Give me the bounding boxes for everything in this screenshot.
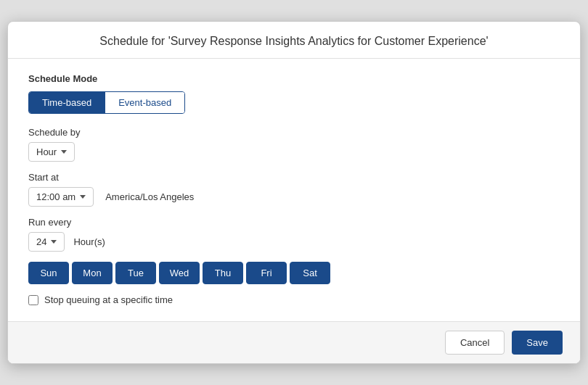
tab-time-based[interactable]: Time-based bbox=[29, 92, 105, 113]
modal-header: Schedule for 'Survey Response Insights A… bbox=[8, 22, 580, 59]
run-every-label: Run every bbox=[28, 217, 560, 228]
tab-event-based[interactable]: Event-based bbox=[105, 92, 184, 113]
stop-queuing-checkbox[interactable] bbox=[28, 295, 38, 305]
modal-title: Schedule for 'Survey Response Insights A… bbox=[99, 35, 488, 47]
schedule-mode-label: Schedule Mode bbox=[28, 73, 560, 84]
dropdown-arrow-icon bbox=[61, 150, 67, 154]
start-at-row: 12:00 am America/Los Angeles bbox=[28, 187, 560, 207]
stop-queuing-row: Stop queuing at a specific time bbox=[28, 294, 560, 305]
run-every-arrow-icon bbox=[51, 240, 57, 244]
day-btn-fri[interactable]: Fri bbox=[246, 262, 287, 284]
run-every-section: Run every 24 Hour(s) bbox=[28, 217, 560, 252]
run-every-value-select[interactable]: 24 bbox=[28, 232, 65, 252]
day-btn-wed[interactable]: Wed bbox=[159, 262, 200, 284]
start-at-label: Start at bbox=[28, 172, 560, 183]
day-btn-mon[interactable]: Mon bbox=[72, 262, 113, 284]
days-selector: SunMonTueWedThuFriSat bbox=[28, 262, 560, 284]
timezone-text: America/Los Angeles bbox=[105, 191, 194, 202]
run-every-unit: Hour(s) bbox=[73, 236, 105, 247]
start-at-time-select[interactable]: 12:00 am bbox=[28, 187, 94, 207]
save-button[interactable]: Save bbox=[512, 331, 563, 355]
schedule-mode-tabs: Time-based Event-based bbox=[28, 91, 185, 114]
run-every-row: 24 Hour(s) bbox=[28, 232, 560, 252]
cancel-button[interactable]: Cancel bbox=[445, 331, 505, 355]
start-at-section: Start at 12:00 am America/Los Angeles bbox=[28, 172, 560, 207]
start-at-time-value: 12:00 am bbox=[36, 191, 75, 202]
schedule-by-section: Schedule by Hour bbox=[28, 127, 560, 162]
day-btn-sun[interactable]: Sun bbox=[28, 262, 69, 284]
time-dropdown-arrow-icon bbox=[80, 195, 86, 199]
modal-body: Schedule Mode Time-based Event-based Sch… bbox=[8, 59, 580, 321]
day-btn-sat[interactable]: Sat bbox=[290, 262, 330, 284]
stop-queuing-label: Stop queuing at a specific time bbox=[44, 294, 173, 305]
day-btn-thu[interactable]: Thu bbox=[203, 262, 243, 284]
modal-footer: Cancel Save bbox=[8, 321, 580, 363]
schedule-by-value: Hour bbox=[36, 146, 57, 157]
schedule-by-label: Schedule by bbox=[28, 127, 560, 138]
schedule-mode-section: Schedule Mode Time-based Event-based bbox=[28, 73, 560, 114]
run-every-value: 24 bbox=[36, 236, 46, 247]
day-btn-tue[interactable]: Tue bbox=[115, 262, 156, 284]
schedule-by-select[interactable]: Hour bbox=[28, 142, 75, 162]
schedule-modal: Schedule for 'Survey Response Insights A… bbox=[7, 21, 581, 364]
